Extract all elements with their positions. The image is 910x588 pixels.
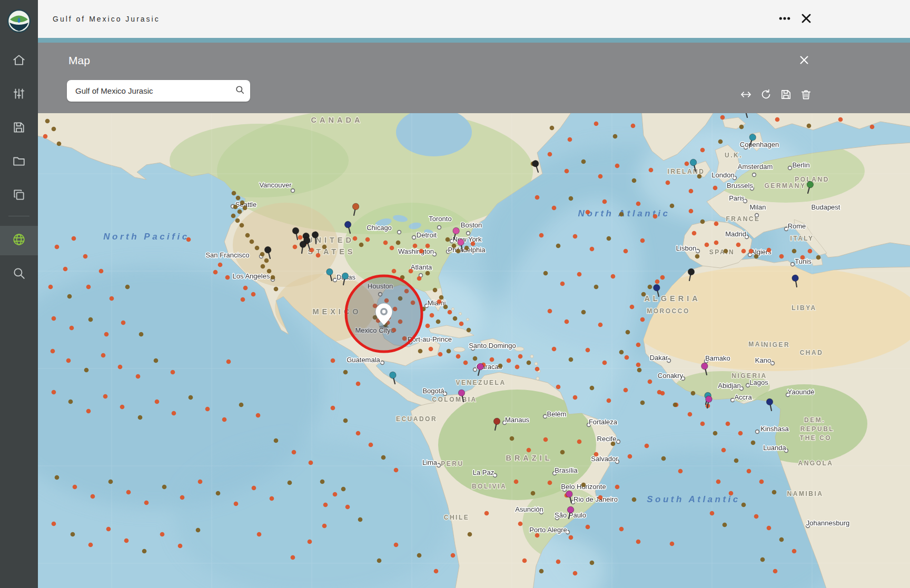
window-close-button[interactable] <box>799 13 813 26</box>
country-label: BRAZIL <box>506 454 552 462</box>
data-point-dot <box>666 181 670 185</box>
sidebar-item-save[interactable] <box>0 114 38 143</box>
data-point-dot <box>565 169 569 174</box>
data-point-dot <box>490 357 494 362</box>
city-marker <box>467 232 470 235</box>
city-label: Chicago <box>367 224 392 232</box>
data-point-dot <box>66 358 71 363</box>
data-point-dot <box>749 249 754 254</box>
data-point-dot <box>356 382 361 386</box>
data-point-dot <box>88 317 93 322</box>
sidebar-item-copy[interactable] <box>0 181 38 211</box>
data-point-dot <box>84 368 89 373</box>
city-label: Atlanta <box>411 263 432 271</box>
data-point-dot <box>343 418 348 423</box>
sidebar-item-home[interactable] <box>0 46 38 76</box>
data-point-dot <box>171 370 175 375</box>
data-point-dot <box>52 127 56 132</box>
sidebar-item-map[interactable] <box>0 226 38 255</box>
data-point-dot <box>624 388 628 393</box>
data-point-dot <box>274 438 279 443</box>
city-label: Lima <box>422 459 438 466</box>
more-options-button[interactable] <box>778 13 792 26</box>
data-point-dot <box>641 292 646 297</box>
data-point-dot <box>250 240 254 244</box>
data-point-dot <box>396 241 401 245</box>
city-marker <box>438 226 441 230</box>
data-point-dot <box>468 532 472 537</box>
city-marker <box>291 189 295 193</box>
data-point-dot <box>394 468 399 473</box>
data-point-dot <box>692 231 697 236</box>
country-label: REPUBL <box>800 425 834 433</box>
data-point-dot <box>417 276 422 281</box>
data-point-dot <box>52 316 56 321</box>
city-marker <box>696 250 700 253</box>
city-label: Detroit <box>417 231 437 239</box>
data-point-dot <box>484 511 489 516</box>
close-icon <box>800 12 813 27</box>
data-point-dot <box>238 210 242 214</box>
search-input[interactable] <box>67 86 229 95</box>
city-label: Brasília <box>555 466 578 474</box>
data-point-dot <box>590 386 595 391</box>
data-point-dot <box>438 352 443 357</box>
data-point-dot <box>535 367 540 372</box>
data-point-dot <box>772 490 777 495</box>
data-point-dot <box>178 544 183 549</box>
data-point-dot <box>463 361 468 365</box>
data-point-dot <box>507 358 511 363</box>
panel-close-button[interactable] <box>798 54 811 67</box>
data-point-dot <box>63 267 68 272</box>
city-label: Kinshasa <box>760 425 789 433</box>
data-point-dot <box>581 160 586 164</box>
city-marker <box>753 173 756 177</box>
data-point-dot <box>594 122 599 126</box>
data-point-dot <box>154 358 159 363</box>
data-point-dot <box>333 492 338 497</box>
country-label: CHAD <box>800 349 824 356</box>
data-point-dot <box>443 305 448 310</box>
city-marker <box>791 263 795 266</box>
data-point-dot <box>535 195 540 200</box>
data-point-dot <box>426 271 430 276</box>
data-point-dot <box>624 249 628 254</box>
data-point-dot <box>670 542 675 546</box>
save-map-button[interactable] <box>779 89 792 102</box>
data-point-dot <box>418 349 423 354</box>
country-label: GERMANY <box>765 182 806 190</box>
data-point-dot <box>734 459 739 463</box>
data-point-dot <box>613 134 618 139</box>
city-label: Washington <box>398 247 434 255</box>
sidebar-item-filters[interactable] <box>0 80 38 109</box>
data-point-dot <box>356 431 361 436</box>
expand-button[interactable] <box>739 89 752 102</box>
data-point-dot <box>726 422 730 426</box>
data-point-dot <box>648 380 652 384</box>
data-point-dot <box>522 559 527 563</box>
data-point-dot <box>251 292 256 297</box>
data-point-dot <box>760 557 765 562</box>
app-logo[interactable] <box>0 0 38 46</box>
delete-button[interactable] <box>799 89 812 102</box>
sidebar-divider <box>8 216 29 216</box>
city-label: Berlin <box>792 161 809 169</box>
refresh-button[interactable] <box>759 89 772 102</box>
sidebar-item-search[interactable] <box>0 260 38 289</box>
city-label: Santo Domingo <box>469 342 516 350</box>
data-point-dot <box>91 494 95 499</box>
city-marker <box>412 236 416 240</box>
city-label: Manaus <box>505 416 530 424</box>
data-point-dot <box>602 361 607 365</box>
country-label: STATES <box>308 247 355 256</box>
data-point-dot <box>598 323 603 327</box>
search-button[interactable] <box>229 80 250 102</box>
data-point-dot <box>660 391 665 396</box>
data-point-dot <box>390 246 394 251</box>
map-canvas[interactable]: North PacificNorth AtlanticSouth Atlanti… <box>38 113 910 588</box>
data-point-dot <box>775 117 780 122</box>
data-point-dot <box>514 480 519 484</box>
sidebar-item-projects[interactable] <box>0 147 38 177</box>
data-point-dot <box>126 490 131 495</box>
data-point-dot <box>452 244 457 248</box>
